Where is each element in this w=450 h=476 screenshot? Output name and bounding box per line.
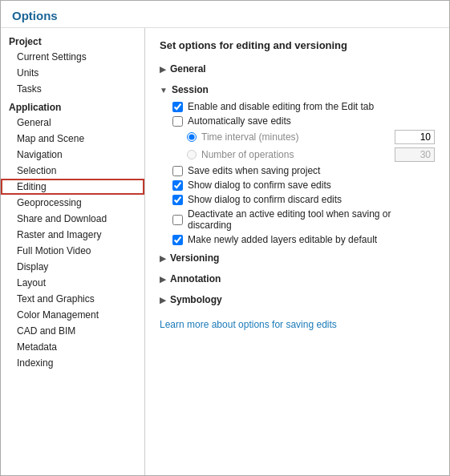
sidebar-item-geoprocessing[interactable]: Geoprocessing <box>1 195 144 211</box>
sidebar-item-layout[interactable]: Layout <box>1 275 144 291</box>
main-panel-title: Set options for editing and versioning <box>160 39 435 51</box>
sidebar-item-map-and-scene[interactable]: Map and Scene <box>1 131 144 147</box>
radio-num-operations[interactable] <box>187 150 197 159</box>
sidebar-item-share-and-download[interactable]: Share and Download <box>1 211 144 227</box>
checkbox-row-deactivate-tool: Deactivate an active editing tool when s… <box>172 208 435 231</box>
sidebar-item-editing[interactable]: Editing <box>1 179 144 195</box>
sidebar-item-display[interactable]: Display <box>1 259 144 275</box>
sidebar-item-metadata[interactable]: Metadata <box>1 339 144 355</box>
learn-more-link[interactable]: Learn more about options for saving edit… <box>160 319 337 330</box>
radio-time-interval[interactable] <box>187 132 197 142</box>
section-annotation-label: Annotation <box>170 273 221 284</box>
checkbox-label-enable-disable-editing: Enable and disable editing from the Edit… <box>188 101 374 112</box>
sidebar-item-units[interactable]: Units <box>1 65 144 81</box>
checkbox-label-show-confirm-save: Show dialog to confirm save edits <box>188 180 331 191</box>
radio-label-num-operations: Number of operations <box>201 149 395 160</box>
section-annotation-header[interactable]: ▶ Annotation <box>160 271 435 287</box>
section-symbology: ▶ Symbology <box>160 292 435 308</box>
checkbox-show-confirm-discard[interactable] <box>172 195 183 205</box>
section-versioning-label: Versioning <box>170 252 219 264</box>
chevron-symbology-icon: ▶ <box>160 296 166 305</box>
section-session: ▼ Session Enable and disable editing fro… <box>160 82 435 245</box>
section-symbology-header[interactable]: ▶ Symbology <box>160 292 435 308</box>
section-session-header[interactable]: ▼ Session <box>160 82 435 98</box>
checkbox-auto-save-edits[interactable] <box>172 116 183 127</box>
sidebar-item-full-motion-video[interactable]: Full Motion Video <box>1 243 144 259</box>
sidebar-item-text-and-graphics[interactable]: Text and Graphics <box>1 291 144 307</box>
radio-label-time-interval: Time interval (minutes) <box>201 131 395 143</box>
section-versioning: ▶ Versioning <box>160 250 435 266</box>
checkbox-row-enable-disable-editing: Enable and disable editing from the Edit… <box>172 101 435 112</box>
number-input-time-interval[interactable] <box>395 130 435 144</box>
checkbox-save-edits-saving[interactable] <box>172 166 183 176</box>
sidebar-item-tasks[interactable]: Tasks <box>1 81 144 97</box>
checkbox-label-save-edits-saving: Save edits when saving project <box>188 165 320 176</box>
checkbox-make-layers-editable[interactable] <box>172 235 183 245</box>
checkbox-label-show-confirm-discard: Show dialog to confirm discard edits <box>188 194 342 205</box>
section-symbology-label: Symbology <box>170 294 222 305</box>
options-window: Options ProjectCurrent SettingsUnitsTask… <box>0 0 450 476</box>
section-general-label: General <box>170 63 206 75</box>
checkbox-row-make-layers-editable: Make newly added layers editable by defa… <box>172 234 435 245</box>
sidebar-item-color-management[interactable]: Color Management <box>1 307 144 323</box>
window-title: Options <box>12 9 58 22</box>
main-content: ProjectCurrent SettingsUnitsTasksApplica… <box>1 28 449 475</box>
section-session-content: Enable and disable editing from the Edit… <box>160 98 435 245</box>
section-annotation: ▶ Annotation <box>160 271 435 287</box>
chevron-session-icon: ▼ <box>160 86 168 95</box>
checkbox-deactivate-tool[interactable] <box>172 215 183 225</box>
radio-row-num-operations: Number of operations <box>172 147 435 162</box>
section-general-header[interactable]: ▶ General <box>160 61 435 77</box>
checkbox-label-deactivate-tool: Deactivate an active editing tool when s… <box>188 208 435 231</box>
section-session-label: Session <box>172 84 209 95</box>
number-input-num-operations <box>395 147 435 162</box>
checkbox-show-confirm-save[interactable] <box>172 180 183 191</box>
sidebar-item-general[interactable]: General <box>1 115 144 131</box>
sidebar-item-current-settings[interactable]: Current Settings <box>1 49 144 65</box>
chevron-annotation-icon: ▶ <box>160 275 166 284</box>
section-general: ▶ General <box>160 61 435 77</box>
chevron-versioning-icon: ▶ <box>160 254 166 263</box>
section-versioning-header[interactable]: ▶ Versioning <box>160 250 435 266</box>
checkbox-enable-disable-editing[interactable] <box>172 102 183 112</box>
sidebar-item-indexing[interactable]: Indexing <box>1 355 144 371</box>
checkbox-row-save-edits-saving: Save edits when saving project <box>172 165 435 176</box>
sidebar-item-navigation[interactable]: Navigation <box>1 147 144 163</box>
sidebar-item-selection[interactable]: Selection <box>1 163 144 179</box>
checkbox-row-auto-save-edits: Automatically save edits <box>172 115 435 127</box>
chevron-general-icon: ▶ <box>160 65 166 74</box>
checkbox-row-show-confirm-discard: Show dialog to confirm discard edits <box>172 194 435 205</box>
checkbox-label-make-layers-editable: Make newly added layers editable by defa… <box>188 234 377 245</box>
sidebar-item-cad-and-bim[interactable]: CAD and BIM <box>1 323 144 339</box>
main-panel: Set options for editing and versioning ▶… <box>145 28 449 475</box>
checkbox-label-auto-save-edits: Automatically save edits <box>188 115 291 127</box>
checkbox-row-show-confirm-save: Show dialog to confirm save edits <box>172 180 435 191</box>
sidebar-group-application: Application <box>1 97 144 115</box>
sidebar: ProjectCurrent SettingsUnitsTasksApplica… <box>1 28 145 475</box>
sidebar-item-raster-and-imagery[interactable]: Raster and Imagery <box>1 227 144 243</box>
radio-row-time-interval: Time interval (minutes) <box>172 130 435 144</box>
title-bar: Options <box>1 1 449 28</box>
sidebar-group-project: Project <box>1 31 144 49</box>
